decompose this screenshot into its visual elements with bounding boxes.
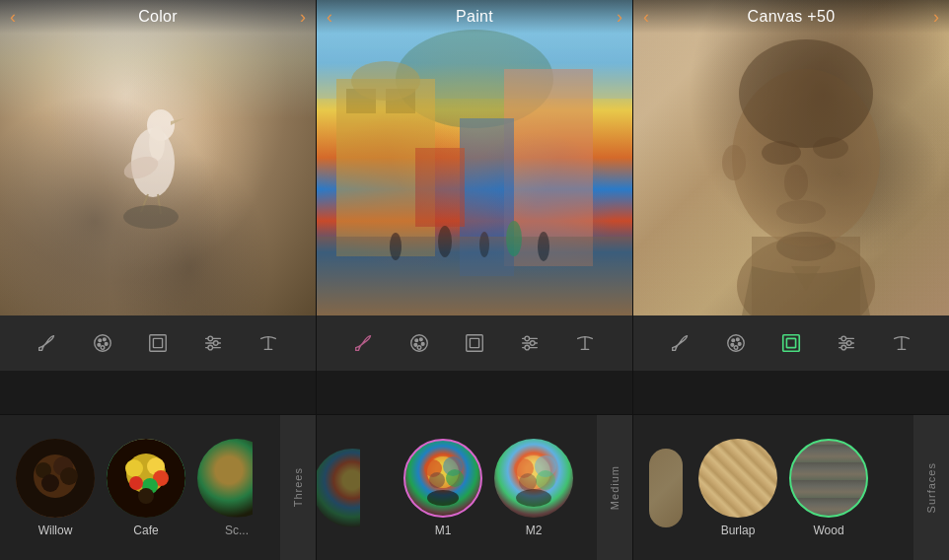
panel-paint: ‹ Paint ›	[317, 0, 633, 414]
street-scene	[317, 0, 632, 315]
canvas-text-icon[interactable]	[888, 329, 915, 357]
color-prev-arrow[interactable]: ‹	[10, 7, 16, 28]
canvas-divider-label: Surfaces	[925, 462, 937, 513]
svg-point-11	[98, 343, 101, 346]
svg-point-58	[762, 141, 801, 165]
paint-brush-icon[interactable]	[350, 329, 378, 357]
svg-point-76	[846, 341, 851, 346]
bottom-strip: Willow Cafe	[0, 414, 949, 560]
paint-text-icon[interactable]	[571, 329, 599, 357]
svg-point-9	[103, 338, 106, 341]
svg-point-59	[813, 137, 848, 159]
svg-point-99	[429, 472, 445, 488]
svg-point-6	[123, 205, 179, 229]
color-next-arrow[interactable]: ›	[300, 7, 306, 28]
filter-wood-thumb	[789, 439, 868, 518]
color-palette-icon[interactable]	[89, 329, 116, 357]
panel-canvas-image	[633, 0, 949, 315]
svg-point-100	[427, 490, 459, 506]
color-frame-icon[interactable]	[144, 329, 172, 357]
portrait-svg	[633, 0, 949, 315]
svg-point-41	[421, 343, 424, 346]
canvas-bg	[633, 0, 949, 315]
svg-point-105	[536, 470, 555, 490]
panel-canvas-header: ‹ Canvas +50 ›	[633, 0, 949, 34]
canvas-frame-icon[interactable]	[777, 329, 805, 357]
svg-rect-14	[153, 338, 162, 347]
svg-point-67	[738, 343, 741, 346]
panel-color: ‹ Color ›	[0, 0, 317, 414]
svg-point-39	[415, 339, 418, 342]
panel-canvas: ‹ Canvas +50 ›	[633, 0, 949, 414]
canvas-divider: Surfaces	[913, 415, 949, 560]
svg-point-18	[208, 336, 213, 341]
filter-m1-label: M1	[435, 524, 452, 537]
m1-thumb-image	[405, 441, 480, 516]
color-divider-label: Threes	[292, 467, 304, 507]
canvas-plain-swatch	[649, 449, 683, 527]
svg-point-51	[525, 345, 530, 350]
canvas-prev-arrow[interactable]: ‹	[643, 7, 649, 28]
paint-bg	[317, 0, 632, 315]
canvas-brush-icon[interactable]	[667, 329, 694, 357]
canvas-palette-icon[interactable]	[722, 329, 750, 357]
paint-frame-icon[interactable]	[461, 329, 488, 357]
color-strip-section: Willow Cafe	[0, 415, 317, 560]
paint-palette-icon[interactable]	[405, 329, 433, 357]
canvas-toolbar	[633, 315, 949, 371]
paint-toolbar	[317, 315, 632, 371]
filter-m1[interactable]: M1	[403, 439, 482, 537]
panel-paint-image	[317, 0, 632, 315]
canvas-panel-title: Canvas +50	[748, 8, 836, 26]
paint-next-arrow[interactable]: ›	[617, 7, 622, 28]
filter-burlap-thumb	[698, 439, 777, 518]
canvas-fade-left	[633, 415, 683, 560]
svg-rect-70	[783, 335, 800, 352]
filter-m2-label: M2	[526, 524, 543, 537]
svg-point-65	[732, 339, 735, 342]
svg-point-61	[776, 200, 826, 224]
svg-point-69	[734, 346, 738, 350]
svg-rect-44	[467, 335, 483, 352]
svg-point-19	[213, 341, 218, 346]
willow-thumb-image	[16, 439, 95, 518]
svg-point-42	[414, 343, 417, 346]
svg-rect-13	[150, 335, 167, 352]
filter-willow-label: Willow	[38, 524, 73, 537]
cafe-thumb-image	[107, 439, 185, 518]
filter-m2-thumb	[494, 439, 573, 518]
filter-wood[interactable]: Wood	[789, 439, 868, 537]
paint-panel-title: Paint	[456, 8, 493, 26]
color-brush-icon[interactable]	[34, 329, 61, 357]
color-panel-title: Color	[138, 8, 178, 26]
svg-point-63	[776, 232, 836, 261]
color-sliders-icon[interactable]	[199, 329, 227, 357]
filter-burlap[interactable]: Burlap	[698, 439, 777, 537]
canvas-sliders-icon[interactable]	[833, 329, 860, 357]
svg-point-77	[841, 345, 846, 350]
paint-sliders-icon[interactable]	[516, 329, 544, 357]
filter-wood-label: Wood	[813, 524, 843, 537]
svg-rect-71	[786, 338, 795, 347]
canvas-filter-items: Burlap Wood	[683, 415, 884, 560]
filter-m2[interactable]: M2	[494, 439, 573, 537]
paint-prev-arrow[interactable]: ‹	[327, 7, 332, 28]
svg-point-8	[99, 339, 102, 342]
svg-point-33	[390, 233, 402, 260]
filter-fade-thumb	[317, 449, 392, 527]
svg-point-107	[516, 489, 551, 507]
filter-fade-left[interactable]	[317, 449, 392, 527]
color-text-icon[interactable]	[255, 329, 282, 357]
svg-point-98	[446, 469, 464, 487]
filter-cafe-label: Cafe	[133, 524, 158, 537]
svg-point-92	[129, 476, 143, 490]
filter-sc[interactable]: Sc...	[197, 439, 276, 537]
svg-point-106	[519, 473, 537, 491]
svg-point-66	[736, 338, 739, 341]
filter-sc-thumb	[197, 439, 276, 518]
filter-willow[interactable]: Willow	[16, 439, 95, 537]
filter-cafe[interactable]: Cafe	[107, 439, 185, 537]
svg-point-62	[722, 145, 746, 180]
svg-point-88	[125, 459, 143, 477]
canvas-next-arrow[interactable]: ›	[933, 7, 939, 28]
